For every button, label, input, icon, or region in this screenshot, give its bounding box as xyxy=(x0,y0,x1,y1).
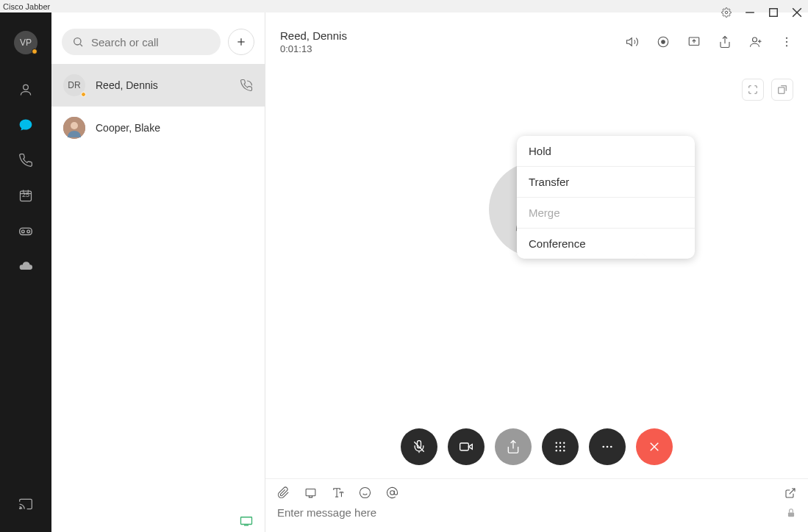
add-participant-icon[interactable] xyxy=(749,35,762,48)
menu-item-hold[interactable]: Hold xyxy=(517,136,695,166)
minimize-icon[interactable] xyxy=(745,7,755,18)
phone-status-icon xyxy=(240,516,253,526)
active-call-icon xyxy=(240,79,253,92)
nav-cast-icon[interactable] xyxy=(11,489,40,519)
search-icon xyxy=(72,36,84,48)
call-contact-name: Reed, Dennis xyxy=(280,29,347,43)
user-avatar[interactable]: VP xyxy=(14,31,37,54)
screenshot-icon[interactable] xyxy=(304,486,317,499)
call-duration: 0:01:13 xyxy=(280,43,347,56)
svg-point-42 xyxy=(559,442,561,444)
svg-point-43 xyxy=(563,442,565,444)
contact-list-panel: DR Reed, Dennis Cooper, Blake xyxy=(51,12,265,532)
menu-item-conference[interactable]: Conference xyxy=(517,228,695,259)
svg-point-41 xyxy=(556,442,557,444)
record-icon[interactable] xyxy=(657,35,670,48)
svg-line-37 xyxy=(414,442,423,451)
svg-point-49 xyxy=(563,450,565,451)
share-out-icon[interactable] xyxy=(718,35,732,48)
pop-out-button[interactable] xyxy=(771,79,793,101)
search-input[interactable] xyxy=(91,36,210,48)
contact-presence-dot xyxy=(81,92,86,97)
svg-point-31 xyxy=(786,37,787,39)
nav-cloud-icon[interactable] xyxy=(11,251,40,281)
contact-name: Cooper, Blake xyxy=(96,122,253,134)
svg-point-45 xyxy=(559,446,561,447)
svg-point-0 xyxy=(725,11,728,14)
svg-line-15 xyxy=(80,44,82,46)
svg-rect-38 xyxy=(460,443,469,450)
contact-avatar: DR xyxy=(63,74,85,96)
svg-point-24 xyxy=(662,40,665,44)
end-call-button[interactable] xyxy=(636,428,673,465)
message-input[interactable] xyxy=(277,506,779,519)
nav-rail: VP 25 xyxy=(0,12,51,532)
svg-marker-39 xyxy=(468,445,472,450)
contact-item[interactable]: DR Reed, Dennis xyxy=(51,64,265,107)
mention-icon[interactable] xyxy=(386,486,398,499)
svg-point-52 xyxy=(610,446,612,448)
svg-marker-22 xyxy=(627,38,632,46)
more-vertical-icon[interactable] xyxy=(780,35,793,48)
fullscreen-button[interactable] xyxy=(742,79,764,101)
svg-rect-20 xyxy=(241,517,252,525)
share-button[interactable] xyxy=(495,428,532,465)
svg-point-13 xyxy=(20,508,21,509)
main-panel: Reed, Dennis 0:01:13 xyxy=(265,12,808,532)
call-controls-row xyxy=(401,428,673,465)
contact-name: Reed, Dennis xyxy=(96,79,229,91)
svg-rect-34 xyxy=(779,87,784,93)
call-area: Hold Transfer Merge Conference xyxy=(265,62,808,479)
emoji-icon[interactable] xyxy=(359,486,371,499)
svg-point-46 xyxy=(563,446,565,447)
lock-icon xyxy=(786,508,796,518)
svg-point-50 xyxy=(602,446,604,448)
svg-point-28 xyxy=(753,37,757,42)
close-icon[interactable] xyxy=(792,7,802,18)
svg-point-19 xyxy=(71,122,78,129)
maximize-icon[interactable] xyxy=(768,7,779,18)
svg-point-12 xyxy=(27,230,30,233)
svg-point-5 xyxy=(24,85,29,90)
nav-calendar-icon[interactable]: 25 xyxy=(11,181,40,210)
svg-point-33 xyxy=(786,45,787,46)
user-avatar-initials: VP xyxy=(20,37,32,48)
svg-point-48 xyxy=(559,450,561,451)
svg-rect-64 xyxy=(788,512,794,517)
screen-share-header-icon[interactable] xyxy=(687,35,701,48)
contact-avatar xyxy=(63,117,85,139)
search-pill[interactable] xyxy=(62,29,221,55)
settings-gear-icon[interactable] xyxy=(721,7,732,18)
add-button[interactable] xyxy=(228,29,254,55)
app-title: Cisco Jabber xyxy=(0,2,50,11)
nav-contacts-icon[interactable] xyxy=(11,75,40,104)
more-options-button[interactable] xyxy=(589,428,626,465)
mute-button[interactable] xyxy=(401,428,437,465)
svg-line-63 xyxy=(790,489,795,494)
svg-rect-2 xyxy=(770,9,778,17)
svg-point-47 xyxy=(556,450,557,451)
svg-point-62 xyxy=(390,491,395,495)
menu-item-merge: Merge xyxy=(517,197,695,228)
window-controls xyxy=(721,7,802,18)
attach-icon[interactable] xyxy=(277,486,290,499)
menu-item-transfer[interactable]: Transfer xyxy=(517,166,695,197)
pop-out-compose-icon[interactable] xyxy=(784,487,796,499)
svg-point-32 xyxy=(786,41,787,43)
audio-output-icon[interactable] xyxy=(626,35,639,48)
compose-toolbar xyxy=(265,479,808,502)
svg-point-44 xyxy=(556,446,557,447)
contact-item[interactable]: Cooper, Blake xyxy=(51,107,265,149)
svg-point-14 xyxy=(74,38,81,45)
svg-point-51 xyxy=(607,446,609,448)
user-presence-dot xyxy=(32,48,37,54)
keypad-button[interactable] xyxy=(542,428,579,465)
contact-initials: DR xyxy=(68,80,80,90)
video-button[interactable] xyxy=(448,428,485,465)
calendar-date-badge: 25 xyxy=(22,191,29,198)
nav-voicemail-icon[interactable] xyxy=(11,216,40,245)
nav-chat-icon[interactable] xyxy=(11,110,40,140)
titlebar: Cisco Jabber xyxy=(0,0,808,12)
format-text-icon[interactable] xyxy=(332,486,344,499)
nav-calls-icon[interactable] xyxy=(11,145,40,175)
